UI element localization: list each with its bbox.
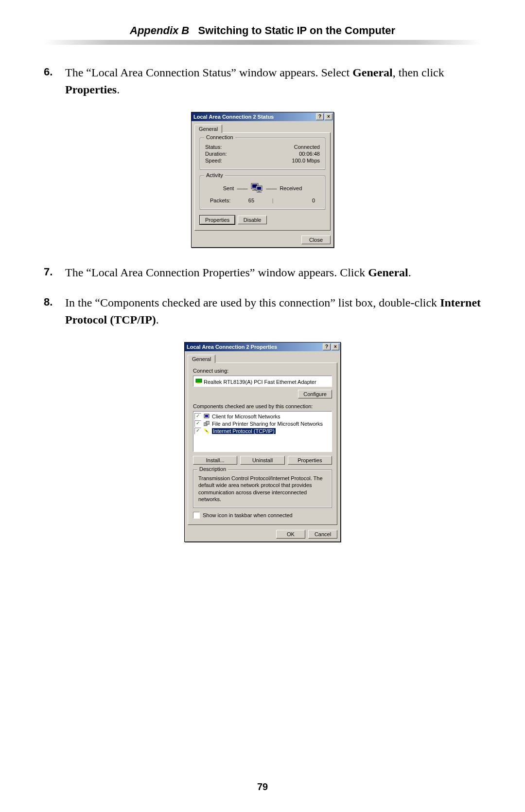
appendix-label: Appendix B xyxy=(130,24,189,36)
close-button[interactable]: × xyxy=(332,343,339,350)
list-item-label: Internet Protocol (TCP/IP) xyxy=(212,428,276,434)
description-text: Transmission Control Protocol/Internet P… xyxy=(198,475,327,503)
window-title: Local Area Connection 2 Status xyxy=(193,112,274,121)
step-8: 8. In the “Components checked are used b… xyxy=(44,294,481,328)
properties-dialog: Local Area Connection 2 Properties ? × G… xyxy=(184,342,341,542)
adapter-field: Realtek RTL8139(A) PCI Fast Ethernet Ada… xyxy=(193,376,332,387)
adapter-icon xyxy=(195,378,202,384)
cancel-button[interactable]: Cancel xyxy=(308,530,337,539)
close-button[interactable]: × xyxy=(325,113,332,120)
ok-button[interactable]: OK xyxy=(276,530,305,539)
packets-sent: 65 xyxy=(230,198,272,203)
step-number: 6. xyxy=(44,64,65,98)
svg-rect-13 xyxy=(206,421,210,424)
svg-rect-6 xyxy=(258,191,260,192)
components-listbox[interactable]: ✓ Client for Microsoft Networks ✓ File a… xyxy=(193,411,332,452)
step-text: The “Local Area Connection Properties” w… xyxy=(65,264,481,281)
step-number: 8. xyxy=(44,294,65,328)
client-icon xyxy=(203,413,210,420)
list-item[interactable]: ✓ Internet Protocol (TCP/IP) xyxy=(194,428,331,434)
duration-value: 00:06:48 xyxy=(299,151,320,157)
checkbox-icon[interactable]: ✓ xyxy=(194,413,201,420)
received-label: Received xyxy=(280,185,302,191)
components-label: Components checked are used by this conn… xyxy=(193,403,332,409)
list-item[interactable]: ✓ File and Printer Sharing for Microsoft… xyxy=(194,420,331,427)
step-text: In the “Components checked are used by t… xyxy=(65,294,481,328)
page-number: 79 xyxy=(0,781,525,793)
speed-label: Speed: xyxy=(205,158,222,163)
group-activity: Activity Sent —— xyxy=(200,176,325,210)
svg-rect-2 xyxy=(254,189,256,190)
close-dialog-button[interactable]: Close xyxy=(301,235,331,244)
show-icon-label: Show icon in taskbar when connected xyxy=(203,512,293,518)
adapter-name: Realtek RTL8139(A) PCI Fast Ethernet Ada… xyxy=(204,379,316,385)
svg-rect-7 xyxy=(257,192,262,193)
service-icon xyxy=(203,420,210,427)
speed-value: 100.0 Mbps xyxy=(292,158,320,163)
status-value: Connected xyxy=(294,144,320,150)
show-icon-row[interactable]: ✓ Show icon in taskbar when connected xyxy=(193,512,332,519)
packets-label: Packets: xyxy=(210,198,230,203)
connect-using-label: Connect using: xyxy=(193,368,332,374)
titlebar: Local Area Connection 2 Status ? × xyxy=(192,112,333,121)
step-text: The “Local Area Connection Status” windo… xyxy=(65,64,481,98)
page-header: Appendix B Switching to Static IP on the… xyxy=(44,24,481,37)
list-item-label: File and Printer Sharing for Microsoft N… xyxy=(212,421,323,427)
disable-button[interactable]: Disable xyxy=(238,216,267,224)
status-label: Status: xyxy=(205,144,222,150)
step-7: 7. The “Local Area Connection Properties… xyxy=(44,264,481,281)
checkbox-icon[interactable]: ✓ xyxy=(194,420,201,427)
window-title: Local Area Connection 2 Properties xyxy=(187,343,277,351)
svg-point-15 xyxy=(204,429,206,431)
step-6: 6. The “Local Area Connection Status” wi… xyxy=(44,64,481,98)
uninstall-button[interactable]: Uninstall xyxy=(240,456,284,465)
duration-label: Duration: xyxy=(205,151,227,157)
configure-button[interactable]: Configure xyxy=(298,390,332,398)
properties-button[interactable]: Properties xyxy=(200,216,235,224)
tab-general[interactable]: General xyxy=(188,355,215,363)
packets-received: 0 xyxy=(274,198,315,203)
sent-label: Sent xyxy=(223,185,234,191)
group-description: Description Transmission Control Protoco… xyxy=(193,469,332,508)
list-item[interactable]: ✓ Client for Microsoft Networks xyxy=(194,413,331,420)
status-dialog: Local Area Connection 2 Status ? × Gener… xyxy=(191,112,334,248)
help-button[interactable]: ? xyxy=(316,113,324,120)
protocol-icon xyxy=(203,428,210,434)
checkbox-icon[interactable]: ✓ xyxy=(194,428,201,434)
header-divider xyxy=(44,40,481,45)
svg-rect-11 xyxy=(205,415,208,417)
appendix-title: Switching to Static IP on the Computer xyxy=(198,24,395,36)
item-properties-button[interactable]: Properties xyxy=(288,456,332,465)
svg-rect-9 xyxy=(197,382,201,383)
titlebar: Local Area Connection 2 Properties ? × xyxy=(185,343,340,351)
install-button[interactable]: Install... xyxy=(193,456,237,465)
list-item-label: Client for Microsoft Networks xyxy=(212,414,280,419)
help-button[interactable]: ? xyxy=(323,343,331,350)
group-connection: Connection Status:Connected Duration:00:… xyxy=(200,138,325,170)
svg-rect-8 xyxy=(196,379,202,382)
svg-rect-5 xyxy=(257,187,261,190)
network-icon xyxy=(250,183,263,194)
step-number: 7. xyxy=(44,264,65,281)
svg-point-16 xyxy=(207,432,209,433)
tab-general[interactable]: General xyxy=(194,125,222,133)
checkbox-icon[interactable]: ✓ xyxy=(193,512,200,519)
